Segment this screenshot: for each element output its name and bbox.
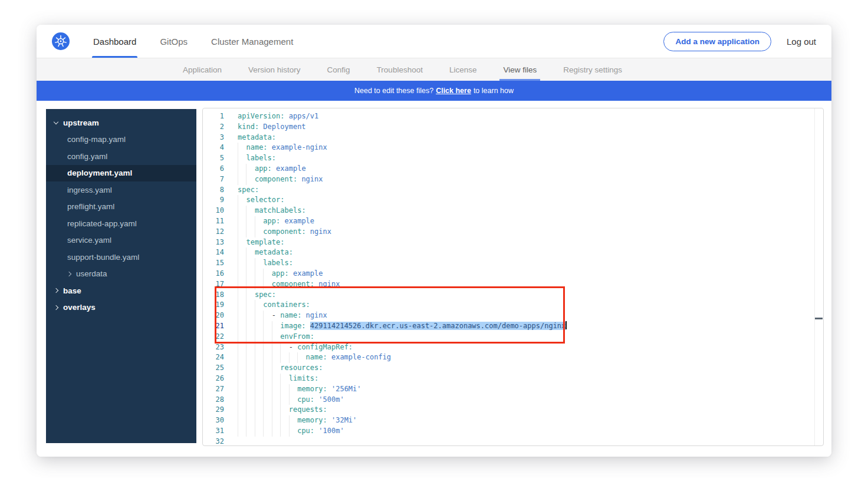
chevron-down-icon	[54, 120, 58, 124]
code-line-text[interactable]: name: example-nginx	[238, 143, 327, 153]
code-line-text[interactable]: metadata:	[238, 133, 276, 143]
code-line-text[interactable]: name: example-config	[238, 352, 391, 363]
code-token: example-nginx	[268, 143, 327, 151]
code-token: '500m'	[314, 395, 344, 404]
code-line-text[interactable]: cpu: '100m'	[238, 426, 344, 437]
nav-item-cluster-management[interactable]: Cluster Management	[211, 25, 293, 58]
code-line: 9 selector:	[203, 195, 823, 206]
tree-folder-upstream[interactable]: upstream	[46, 114, 196, 131]
code-token: component:	[272, 280, 314, 288]
line-number: 8	[203, 185, 224, 196]
line-number: 23	[203, 342, 224, 353]
code-line-text[interactable]: metadata:	[238, 247, 293, 258]
line-number: 7	[203, 174, 224, 185]
code-line-text[interactable]: selector:	[238, 195, 284, 206]
code-token: image:	[280, 322, 310, 330]
code-line-text[interactable]: spec:	[238, 185, 259, 196]
code-line-text[interactable]: cpu: '500m'	[238, 395, 344, 405]
code-line-text[interactable]: requests:	[238, 405, 327, 415]
add-application-button[interactable]: Add a new application	[663, 32, 771, 51]
tree-folder-userdata[interactable]: userdata	[46, 266, 196, 283]
code-token: example-config	[327, 353, 391, 361]
scrollbar-cursor-marker[interactable]	[815, 318, 823, 319]
tree-file-service-yaml[interactable]: service.yaml	[46, 232, 196, 249]
line-number: 4	[203, 143, 224, 153]
code-line-text[interactable]: kind: Deployment	[238, 122, 306, 133]
code-line-text[interactable]: - name: nginx	[238, 311, 327, 321]
code-line-text[interactable]: app: example	[238, 164, 306, 174]
code-line-text[interactable]: resources:	[238, 363, 323, 374]
code-line-text[interactable]: component: nginx	[238, 174, 323, 185]
code-line-text[interactable]: labels:	[238, 258, 293, 269]
tab-config[interactable]: Config	[327, 58, 350, 81]
line-number: 31	[203, 426, 224, 437]
code-line-text[interactable]: - configMapRef:	[238, 342, 353, 353]
code-token: app:	[263, 217, 280, 225]
code-line-text[interactable]: app: example	[238, 216, 314, 227]
code-line: 13 template:	[203, 237, 823, 248]
tree-file-ingress-yaml[interactable]: ingress.yaml	[46, 181, 196, 199]
code-token: resources:	[280, 364, 323, 372]
tree-item-label: service.yaml	[67, 236, 111, 245]
code-token: metadata:	[255, 248, 293, 256]
code-line-text[interactable]: envFrom:	[238, 332, 314, 342]
line-number: 29	[203, 405, 224, 415]
tab-version-history[interactable]: Version history	[248, 58, 301, 81]
tree-folder-overlays[interactable]: overlays	[46, 299, 196, 316]
code-token: cpu:	[297, 427, 314, 435]
code-line: 4 name: example-nginx	[203, 143, 823, 153]
tree-file-deployment-yaml[interactable]: deployment.yaml	[46, 165, 196, 182]
code-token: app:	[272, 269, 289, 278]
code-line-text[interactable]: spec:	[238, 290, 276, 301]
tab-license[interactable]: License	[449, 58, 477, 81]
code-line-text[interactable]: memory: '256Mi'	[238, 384, 361, 395]
line-number: 14	[203, 247, 224, 258]
banner-click-here-link[interactable]: Click here	[436, 87, 471, 95]
tree-file-preflight-yaml[interactable]: preflight.yaml	[46, 199, 196, 216]
code-token: name:	[280, 311, 301, 319]
code-line-text[interactable]: limits:	[238, 374, 318, 384]
line-number: 11	[203, 216, 224, 227]
code-line-text[interactable]: image: 429114214526.dkr.ecr.us-east-2.am…	[238, 321, 567, 332]
code-line-text[interactable]: memory: '32Mi'	[238, 415, 357, 426]
line-number: 24	[203, 352, 224, 363]
tree-folder-base[interactable]: base	[46, 282, 196, 299]
code-line-text[interactable]: containers:	[238, 300, 310, 311]
scrollbar-track-divider	[814, 108, 815, 445]
line-number: 32	[203, 437, 224, 446]
tree-file-support-bundle-yaml[interactable]: support-bundle.yaml	[46, 249, 196, 266]
code-line-text[interactable]: component: nginx	[238, 279, 340, 290]
code-line-text[interactable]: component: nginx	[238, 227, 331, 237]
code-token: nginx	[314, 280, 340, 288]
code-line-text[interactable]: labels:	[238, 153, 276, 164]
yaml-code-editor[interactable]: 1apiVersion: apps/v12kind: Deployment3me…	[202, 108, 824, 446]
tree-file-config-yaml[interactable]: config.yaml	[46, 148, 196, 165]
nav-item-gitops[interactable]: GitOps	[160, 25, 188, 58]
code-line-text[interactable]: apiVersion: apps/v1	[238, 111, 318, 122]
tab-troubleshoot[interactable]: Troubleshoot	[377, 58, 423, 81]
kubernetes-logo[interactable]	[52, 32, 70, 50]
tree-item-label: replicated-app.yaml	[67, 219, 137, 228]
code-token: template:	[246, 238, 284, 246]
tab-view-files[interactable]: View files	[503, 58, 537, 81]
tree-file-config-map-yaml[interactable]: config-map.yaml	[46, 131, 196, 148]
code-line: 15 labels:	[203, 258, 823, 269]
logout-link[interactable]: Log out	[787, 37, 816, 47]
line-number: 13	[203, 237, 224, 248]
code-line: 28 cpu: '500m'	[203, 395, 823, 405]
code-token: name:	[246, 143, 267, 151]
code-line: 20 - name: nginx	[203, 311, 823, 321]
tab-registry-settings[interactable]: Registry settings	[563, 58, 622, 81]
code-line: 25 resources:	[203, 363, 823, 374]
line-number: 10	[203, 206, 224, 216]
nav-item-dashboard[interactable]: Dashboard	[93, 25, 136, 58]
code-line: 30 memory: '32Mi'	[203, 415, 823, 426]
tab-application[interactable]: Application	[183, 58, 222, 81]
code-line-text[interactable]: template:	[238, 237, 284, 248]
edit-files-banner: Need to edit these files? Click here to …	[37, 81, 831, 101]
code-line-text[interactable]: app: example	[238, 269, 323, 279]
code-line: 2kind: Deployment	[203, 122, 823, 133]
tree-file-replicated-app-yaml[interactable]: replicated-app.yaml	[46, 215, 196, 232]
code-line-text[interactable]: matchLabels:	[238, 206, 306, 216]
line-number: 9	[203, 195, 224, 206]
